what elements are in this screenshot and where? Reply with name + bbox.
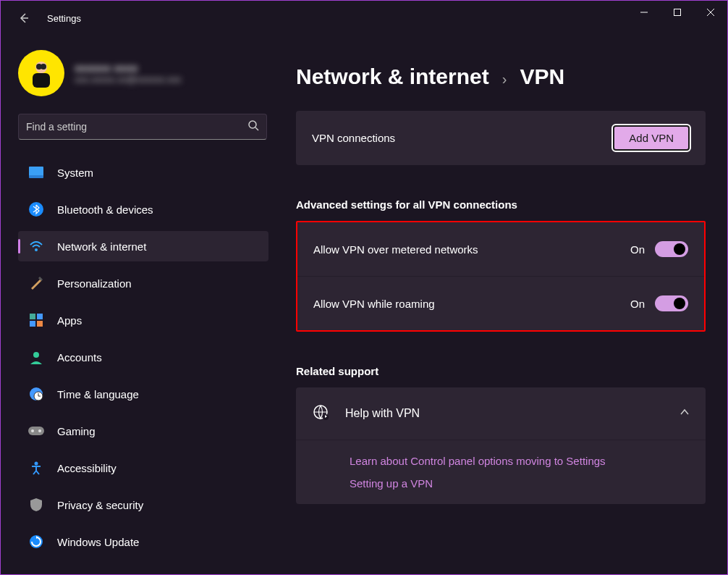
- sidebar-item-windows-update[interactable]: Windows Update: [18, 526, 268, 557]
- roaming-state: On: [630, 298, 645, 310]
- svg-rect-10: [30, 314, 35, 319]
- back-arrow-icon: [18, 12, 30, 24]
- help-header[interactable]: Help with VPN: [296, 387, 706, 440]
- vpn-connections-card: VPN connections Add VPN: [296, 111, 706, 165]
- svg-point-20: [35, 462, 38, 466]
- sidebar-item-system[interactable]: System: [18, 157, 268, 188]
- sidebar-item-accounts[interactable]: Accounts: [18, 342, 268, 372]
- sidebar-item-label: Apps: [57, 314, 82, 327]
- maximize-button[interactable]: [661, 1, 694, 24]
- metered-label: Allow VPN over metered networks: [313, 243, 478, 256]
- system-icon: [28, 164, 44, 180]
- avatar: [18, 50, 64, 96]
- metered-toggle[interactable]: [655, 241, 688, 257]
- svg-point-14: [33, 352, 39, 358]
- app-title: Settings: [47, 13, 81, 24]
- sidebar-item-label: Privacy & security: [57, 499, 143, 511]
- minimize-icon: [640, 9, 648, 16]
- help-card: Help with VPN Learn about Control panel …: [296, 387, 706, 504]
- accessibility-icon: [28, 460, 44, 476]
- roaming-label: Allow VPN while roaming: [313, 298, 435, 310]
- svg-rect-2: [33, 73, 50, 88]
- wifi-icon: [28, 238, 44, 254]
- svg-point-5: [249, 121, 256, 128]
- add-vpn-button[interactable]: Add VPN: [613, 125, 690, 151]
- search-input-container[interactable]: [18, 114, 267, 140]
- breadcrumb-current: VPN: [520, 64, 564, 89]
- breadcrumb: Network & internet › VPN: [296, 64, 706, 89]
- svg-point-9: [35, 248, 38, 251]
- sidebar-item-label: System: [57, 167, 93, 179]
- sidebar-item-bluetooth[interactable]: Bluetooth & devices: [18, 194, 268, 224]
- svg-point-18: [31, 429, 34, 432]
- sidebar-item-label: Accessibility: [57, 462, 117, 474]
- person-icon: [28, 349, 44, 365]
- sidebar-item-label: Time & language: [57, 388, 139, 400]
- sidebar-item-personalization[interactable]: Personalization: [18, 268, 268, 298]
- svg-rect-0: [674, 9, 681, 16]
- vpn-connections-label: VPN connections: [312, 132, 395, 144]
- roaming-toggle[interactable]: [655, 295, 688, 311]
- sidebar-item-network[interactable]: Network & internet: [18, 231, 268, 261]
- sidebar-item-label: Network & internet: [57, 240, 146, 253]
- minimize-button[interactable]: [627, 1, 661, 24]
- sidebar-item-accessibility[interactable]: Accessibility: [18, 453, 268, 483]
- svg-point-19: [38, 429, 41, 432]
- svg-rect-12: [30, 321, 35, 327]
- metered-state: On: [630, 243, 645, 256]
- shield-icon: [28, 497, 44, 513]
- search-icon: [247, 119, 259, 134]
- related-heading: Related support: [296, 365, 706, 377]
- svg-point-4: [41, 64, 46, 70]
- close-icon: [707, 9, 714, 16]
- advanced-heading: Advanced settings for all VPN connection…: [296, 198, 706, 211]
- help-title: Help with VPN: [345, 407, 420, 420]
- svg-rect-13: [37, 321, 43, 327]
- setting-row-metered: Allow VPN over metered networks On: [297, 222, 704, 276]
- svg-rect-11: [37, 314, 43, 319]
- breadcrumb-parent[interactable]: Network & internet: [296, 64, 489, 89]
- close-button[interactable]: [694, 1, 727, 24]
- bluetooth-icon: [28, 201, 44, 217]
- sidebar-item-label: Windows Update: [57, 536, 139, 548]
- update-icon: [28, 534, 44, 550]
- help-link-setup-vpn[interactable]: Setting up a VPN: [350, 477, 690, 490]
- sidebar-item-label: Bluetooth & devices: [57, 203, 153, 216]
- clock-globe-icon: [28, 386, 44, 402]
- breadcrumb-separator-icon: ›: [502, 71, 507, 88]
- sidebar-item-gaming[interactable]: Gaming: [18, 416, 268, 446]
- svg-rect-7: [29, 175, 43, 178]
- svg-rect-17: [28, 427, 44, 435]
- back-button[interactable]: [15, 9, 33, 27]
- sidebar-item-time-language[interactable]: Time & language: [18, 379, 268, 409]
- sidebar-item-label: Accounts: [57, 351, 102, 364]
- maximize-icon: [674, 9, 681, 16]
- setting-row-roaming: Allow VPN while roaming On: [297, 276, 704, 330]
- profile-email: xxx.xxxxx.xx@xxxxxx.xxx: [75, 74, 182, 85]
- web-help-icon: [312, 403, 329, 424]
- profile-section[interactable]: xxxxxx xxxx xxx.xxxxx.xx@xxxxxx.xxx: [18, 50, 268, 96]
- advanced-settings-group: Allow VPN over metered networks On Allow…: [296, 221, 706, 332]
- apps-icon: [28, 312, 44, 328]
- chevron-up-icon: [680, 407, 690, 420]
- paintbrush-icon: [28, 275, 44, 291]
- sidebar-item-apps[interactable]: Apps: [18, 305, 268, 335]
- svg-rect-6: [29, 167, 43, 177]
- help-link-control-panel[interactable]: Learn about Control panel options moving…: [350, 455, 690, 467]
- profile-name: xxxxxx xxxx: [75, 62, 182, 74]
- sidebar-item-label: Gaming: [57, 425, 96, 437]
- sidebar-item-label: Personalization: [57, 277, 132, 290]
- sidebar-item-privacy[interactable]: Privacy & security: [18, 490, 268, 520]
- gamepad-icon: [28, 423, 44, 439]
- search-input[interactable]: [26, 121, 247, 133]
